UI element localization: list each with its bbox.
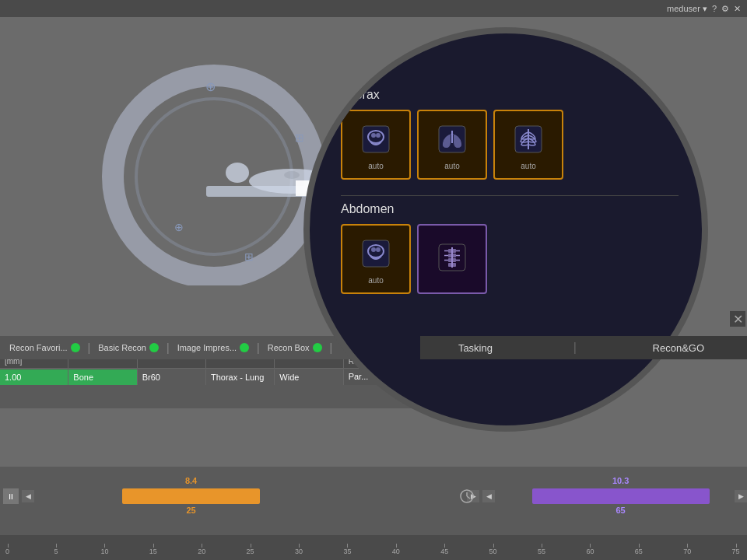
td-fast-planning: Thorax - Lung <box>206 369 275 385</box>
abdomen-section-title: Abdomen <box>341 202 679 216</box>
close-button[interactable]: ✕ <box>730 311 745 327</box>
recon-circle-overlay: Thorax auto <box>303 27 708 432</box>
right-track-next[interactable]: ▶ <box>735 490 747 502</box>
play-button[interactable]: ⏸ <box>3 488 19 504</box>
lungs-icon <box>433 120 472 159</box>
svg-rect-24 <box>448 249 456 253</box>
thorax-lungs-card[interactable]: auto <box>417 110 487 180</box>
tab-divider-2: | <box>167 341 170 354</box>
spine-card[interactable] <box>417 224 487 294</box>
svg-point-4 <box>226 163 249 183</box>
tab-recon-box-indicator <box>313 343 322 352</box>
abdomen-card[interactable]: auto <box>341 224 411 294</box>
abdomen-auto-label: auto <box>368 276 383 285</box>
tab-recon-favori-label: Recon Favori... <box>9 343 68 352</box>
thorax-ribcage-card[interactable]: auto <box>493 110 563 180</box>
svg-point-14 <box>376 133 381 138</box>
thorax-abdomen-card[interactable]: auto <box>341 110 411 180</box>
ruler-label-70: 70 <box>683 548 691 555</box>
action-divider: | <box>573 341 577 355</box>
thorax-abdomen-label: auto <box>368 162 383 170</box>
table-row: 1.00 Bone Br60 Thorax - Lung Wide Par...… <box>0 369 412 385</box>
svg-text:⊕: ⊕ <box>174 221 184 233</box>
spine-icon <box>433 238 472 277</box>
ruler-label-10: 10 <box>100 548 108 555</box>
abdomen-icon-grid: auto <box>341 224 679 294</box>
svg-rect-25 <box>448 254 456 257</box>
svg-point-20 <box>371 247 376 252</box>
tab-image-impres-label: Image Impres... <box>177 343 237 352</box>
left-track-prev[interactable]: ◀ <box>22 490 34 502</box>
thorax-section-title: Thorax <box>341 88 679 102</box>
purple-value-top: 10.3 <box>612 476 629 485</box>
tab-recon-favori[interactable]: Recon Favori... <box>3 341 86 354</box>
ruler-label-55: 55 <box>538 548 545 555</box>
svg-text:⊞: ⊞ <box>244 250 254 263</box>
ruler-label-0: 0 <box>5 548 9 555</box>
section-divider <box>341 195 679 196</box>
ruler-label-30: 30 <box>295 548 303 555</box>
close-icon[interactable]: ✕ <box>734 4 741 14</box>
top-bar: meduser ▾ ? ⚙ ✕ <box>0 0 747 17</box>
tab-basic-recon-indicator <box>149 343 159 352</box>
svg-text:⊕: ⊕ <box>205 80 216 93</box>
timeline-area: ⏸ ◀ 8.4 25 ▶ ◀ <box>0 467 747 560</box>
clock-icon <box>459 488 475 507</box>
td-increment: 1.00 <box>0 369 68 385</box>
svg-line-36 <box>467 496 470 499</box>
settings-icon[interactable]: ⚙ <box>721 4 729 14</box>
ruler-label-25: 25 <box>247 548 254 555</box>
td-fast-planning-width: Wide <box>275 369 343 385</box>
tab-recon-box-label: Recon Box <box>268 343 310 352</box>
action-bar: Tasking | Recon&GO <box>420 336 747 359</box>
svg-rect-26 <box>448 258 456 262</box>
timeline-ruler: 0 5 10 15 20 25 30 35 40 45 50 55 <box>0 535 747 560</box>
thorax-lungs-label: auto <box>444 162 459 170</box>
td-kernel: Br60 <box>138 369 206 385</box>
abdomen-icon <box>356 120 395 159</box>
ribcage-icon <box>509 120 548 159</box>
ruler-label-45: 45 <box>440 548 448 555</box>
tab-basic-recon-label: Basic Recon <box>98 343 146 352</box>
tab-divider-4: | <box>330 341 333 354</box>
help-icon[interactable]: ? <box>712 4 717 13</box>
thorax-icon-grid: auto auto <box>341 110 679 180</box>
tab-image-impres[interactable]: Image Impres... <box>171 341 255 354</box>
ruler-label-20: 20 <box>198 548 205 555</box>
svg-rect-27 <box>448 263 456 267</box>
ruler-label-35: 35 <box>343 548 351 555</box>
tab-recon-favori-indicator <box>71 343 80 352</box>
orange-value-top: 8.4 <box>185 476 197 485</box>
recon-go-action[interactable]: Recon&GO <box>653 342 709 354</box>
tasking-action[interactable]: Tasking <box>458 342 497 354</box>
ruler-label-50: 50 <box>489 548 497 555</box>
user-menu[interactable]: meduser ▾ <box>667 4 707 14</box>
ruler-label-40: 40 <box>392 548 400 555</box>
tab-basic-recon[interactable]: Basic Recon <box>92 341 165 354</box>
svg-text:⊞: ⊞ <box>295 131 304 144</box>
ruler-label-60: 60 <box>586 548 594 555</box>
orange-value-bottom: 25 <box>186 506 195 515</box>
svg-point-21 <box>376 247 381 252</box>
right-track-prev[interactable]: ◀ <box>482 490 495 502</box>
tab-image-impres-indicator <box>240 343 249 352</box>
svg-point-13 <box>371 133 376 138</box>
tab-divider-3: | <box>257 341 260 354</box>
ruler-label-65: 65 <box>635 548 643 555</box>
tasking-label: Tasking <box>458 342 493 354</box>
thorax-ribcage-label: auto <box>521 162 535 170</box>
ruler-label-15: 15 <box>149 548 157 555</box>
purple-value-bottom: 65 <box>615 506 625 515</box>
ruler-label-5: 5 <box>54 548 58 555</box>
recon-go-label: Recon&GO <box>653 342 704 354</box>
ruler-label-75: 75 <box>732 548 740 555</box>
tab-divider-1: | <box>88 341 91 354</box>
tab-recon-box[interactable]: Recon Box <box>261 341 328 354</box>
td-window: Bone <box>68 369 137 385</box>
abdomen2-icon <box>356 234 395 273</box>
